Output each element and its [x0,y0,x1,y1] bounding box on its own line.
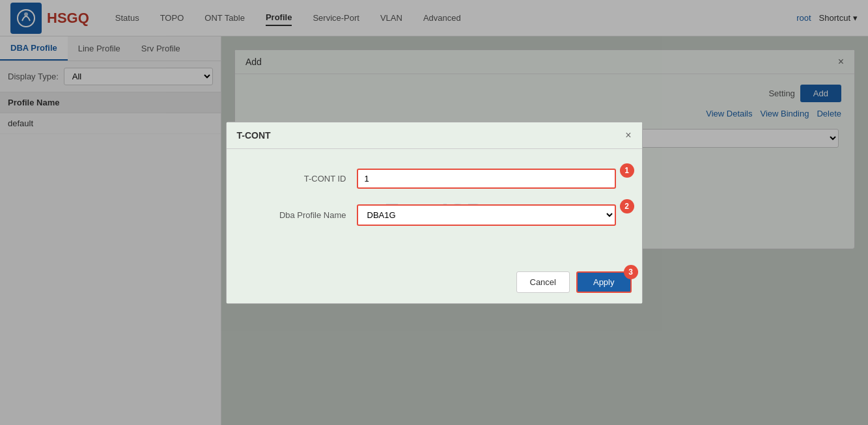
step-badge-1: 1 [620,163,634,178]
modal-overlay: T-CONT × ForoISP T-CONT ID 1 Dba Profile… [0,0,868,425]
tcont-modal-header: T-CONT × [227,122,642,149]
dba-profile-label: Dba Profile Name [253,210,357,220]
tcont-id-row: T-CONT ID 1 [253,169,616,189]
step-badge-3: 3 [624,265,638,279]
tcont-modal: T-CONT × ForoISP T-CONT ID 1 Dba Profile… [226,122,643,304]
tcont-modal-body: ForoISP T-CONT ID 1 Dba Profile Name DBA… [227,149,642,261]
tcont-modal-title: T-CONT [237,130,271,141]
dba-profile-select[interactable]: DBA1G [357,204,616,226]
dba-profile-row: Dba Profile Name DBA1G 2 [253,204,616,226]
tcont-modal-close[interactable]: × [625,130,631,141]
tcont-id-input[interactable] [357,169,616,189]
tcont-id-label: T-CONT ID [253,174,357,184]
tcont-footer: Cancel Apply 3 [227,261,642,303]
apply-button[interactable]: Apply [576,271,632,293]
step-badge-2: 2 [620,199,634,213]
cancel-button[interactable]: Cancel [516,271,570,293]
